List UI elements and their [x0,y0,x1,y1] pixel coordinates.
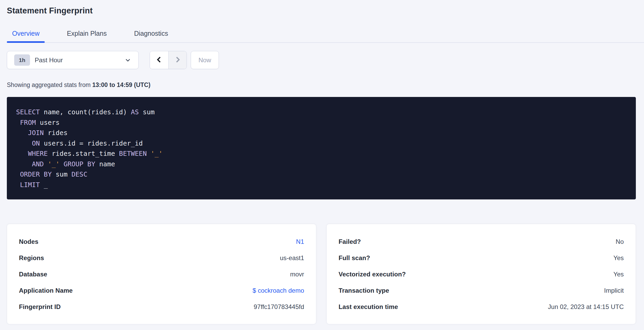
row-label: Vectorized execution? [339,271,406,278]
table-row: Transaction typeImplicit [339,282,624,299]
tab-overview[interactable]: Overview [7,29,45,42]
row-value: 97ffc170783445fd [254,303,304,311]
aggregated-stats-summary: Showing aggregated stats from 13:00 to 1… [7,81,636,89]
time-range-dropdown[interactable]: 1h Past Hour [7,51,139,69]
sql-line: FROM users [16,117,627,128]
tab-diagnostics[interactable]: Diagnostics [129,29,173,42]
time-stepper [150,51,187,69]
row-label: Fingerprint ID [19,303,61,311]
time-controls: 1h Past Hour Now [7,51,636,69]
next-interval-button[interactable] [168,51,187,69]
row-value: Implicit [604,287,624,294]
sql-code-block: SELECT name, count(rides.id) AS sum FROM… [7,97,636,199]
row-value: movr [290,271,304,278]
row-value: Jun 02, 2023 at 14:15 UTC [548,303,624,311]
table-row: Fingerprint ID97ffc170783445fd [19,299,304,315]
sql-line: SELECT name, count(rides.id) AS sum [16,107,627,117]
table-row: Full scan?Yes [339,250,624,266]
chevron-left-icon [155,56,163,65]
summary-card-right: Failed?NoFull scan?YesVectorized executi… [326,224,636,324]
row-label: Application Name [19,287,73,294]
sql-line: ON users.id = rides.rider_id [16,138,627,149]
tab-explain-plans[interactable]: Explain Plans [62,29,112,42]
row-label: Database [19,271,47,278]
table-row: Databasemovr [19,266,304,282]
sql-line: AND '_' GROUP BY name [16,159,627,169]
now-button[interactable]: Now [191,51,219,69]
table-row: Regionsus-east1 [19,250,304,266]
table-row: Failed?No [339,234,624,250]
row-label: Last execution time [339,303,398,311]
stats-summary-prefix: Showing aggregated stats from [7,81,92,88]
sql-line: JOIN rides [16,128,627,138]
table-row: NodesN1 [19,234,304,250]
time-interval-badge: 1h [14,54,30,66]
row-value: Yes [613,254,624,262]
tab-bar: Overview Explain Plans Diagnostics [7,29,644,43]
summary-card-left: NodesN1Regionsus-east1DatabasemovrApplic… [7,224,316,324]
sql-line: WHERE rides.start_time BETWEEN '_' [16,148,627,159]
row-value-link[interactable]: N1 [296,238,304,245]
row-value: No [616,238,624,245]
chevron-down-icon [124,56,132,64]
table-row: Last execution timeJun 02, 2023 at 14:15… [339,299,624,315]
table-row: Application Name$ cockroach demo [19,282,304,299]
sql-line: LIMIT _ [16,180,627,190]
chevron-right-icon [174,56,182,65]
row-label: Regions [19,254,44,262]
row-label: Failed? [339,238,361,245]
row-label: Transaction type [339,287,389,294]
row-value: us-east1 [280,254,304,262]
row-label: Full scan? [339,254,370,262]
page-title: Statement Fingerprint [7,5,636,16]
stats-summary-range: 13:00 to 14:59 (UTC) [92,81,150,88]
summary-cards: NodesN1Regionsus-east1DatabasemovrApplic… [7,224,636,324]
row-label: Nodes [19,238,38,245]
table-row: Vectorized execution?Yes [339,266,624,282]
sql-line: ORDER BY sum DESC [16,169,627,180]
time-interval-label: Past Hour [35,56,63,64]
row-value-link[interactable]: $ cockroach demo [253,287,304,294]
previous-interval-button[interactable] [150,51,168,69]
row-value: Yes [613,271,624,278]
statement-fingerprint-page: Statement Fingerprint Overview Explain P… [0,5,644,330]
